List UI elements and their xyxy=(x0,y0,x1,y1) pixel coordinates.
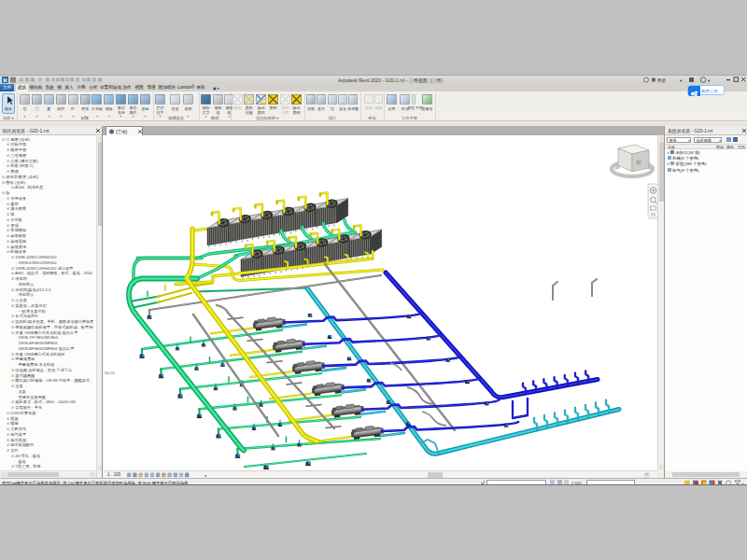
svg-text:前: 前 xyxy=(635,160,641,165)
svg-text::0: :0 xyxy=(741,481,744,485)
svg-text:▾: ▾ xyxy=(708,78,711,83)
svg-text:▾: ▾ xyxy=(680,78,683,83)
svg-text:登录: 登录 xyxy=(657,77,667,84)
svg-text:{三维}: {三维} xyxy=(116,130,128,134)
svg-text:Autodesk Revit 2020 - G20-1.rv: Autodesk Revit 2020 - G20-1.rvt - 三维视图: … xyxy=(338,77,443,84)
svg-text:50-Ch: 50-Ch xyxy=(105,371,115,375)
